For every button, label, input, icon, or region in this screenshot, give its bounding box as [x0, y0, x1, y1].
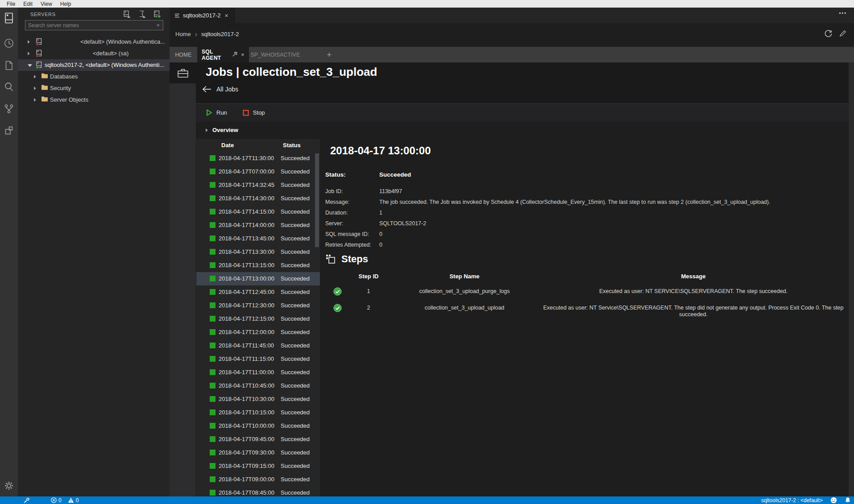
errors-indicator[interactable]: 0	[51, 497, 62, 504]
chevron-right-icon[interactable]	[28, 52, 30, 55]
server-search-input[interactable]	[25, 22, 153, 29]
new-server-group-icon[interactable]	[137, 10, 146, 19]
tab-sp-whoisactive[interactable]: SP_WHOISACTIVE	[249, 47, 302, 62]
chevron-right-icon[interactable]	[34, 87, 36, 90]
step-row[interactable]: 1 collection_set_3_upload_purge_logs Exe…	[328, 287, 849, 296]
history-row[interactable]: 2018-04-17T13:45:00Succeeded	[196, 232, 320, 245]
history-row[interactable]: 2018-04-17T09:00:00Succeeded	[196, 473, 320, 486]
history-status: Succeeded	[281, 369, 310, 376]
steps-icon	[325, 254, 336, 264]
history-row[interactable]: 2018-04-17T11:45:00Succeeded	[196, 339, 320, 352]
notifications-bell-icon[interactable]	[845, 497, 851, 504]
history-row[interactable]: 2018-04-17T12:00:00Succeeded	[196, 326, 320, 339]
chevron-down-icon[interactable]	[28, 64, 32, 67]
menu-edit[interactable]: Edit	[19, 1, 37, 7]
history-row[interactable]: 2018-04-17T08:45:00Succeeded	[196, 486, 320, 496]
history-row[interactable]: 2018-04-17T12:15:00Succeeded	[196, 312, 320, 326]
tab-close-icon[interactable]: ×	[241, 51, 245, 58]
success-square-icon	[210, 209, 216, 215]
active-connections-icon[interactable]	[153, 10, 162, 19]
clear-search-icon[interactable]: ×	[153, 22, 163, 29]
history-date: 2018-04-17T14:00:00	[219, 222, 274, 228]
history-date: 2018-04-17T12:00:00	[219, 329, 274, 335]
tree-item-sqltools2017-2-default-windows[interactable]: sqltools2017-2, <default> (Windows Authe…	[18, 59, 170, 71]
status-bar: 0 0 sqltools2017-2 : <default>	[0, 496, 854, 504]
history-row[interactable]: 2018-04-17T13:00:00Succeeded	[196, 272, 320, 285]
run-button[interactable]: Run	[206, 109, 227, 116]
history-row[interactable]: 2018-04-17T12:30:00Succeeded	[196, 299, 320, 312]
history-row[interactable]: 2018-04-17T14:00:00Succeeded	[196, 219, 320, 232]
refresh-icon[interactable]	[824, 29, 833, 40]
history-row[interactable]: 2018-04-17T13:15:00Succeeded	[196, 259, 320, 272]
explorer-icon[interactable]	[0, 57, 18, 74]
menu-help[interactable]: Help	[56, 1, 75, 7]
step-row[interactable]: 2 collection_set_3_upload_upload Execute…	[328, 304, 849, 318]
tab-home[interactable]: HOME	[170, 47, 197, 62]
history-row[interactable]: 2018-04-17T07:00:00Succeeded	[196, 165, 320, 178]
tree-item-databases[interactable]: Databases	[18, 71, 170, 83]
history-date: 2018-04-17T09:30:00	[219, 449, 274, 456]
stop-button[interactable]: Stop	[242, 109, 265, 116]
search-icon[interactable]	[0, 78, 18, 96]
tree-item-security[interactable]: Security	[18, 83, 170, 94]
connection-status-icon[interactable]	[23, 497, 30, 504]
field-server: Server:SQLTOOLS2017-2	[325, 220, 838, 231]
history-row[interactable]: 2018-04-17T11:15:00Succeeded	[196, 352, 320, 366]
history-row[interactable]: 2018-04-17T14:15:00Succeeded	[196, 205, 320, 219]
new-connection-icon[interactable]	[122, 10, 131, 19]
history-row[interactable]: 2018-04-17T10:00:00Succeeded	[196, 419, 320, 433]
more-actions-icon[interactable]: •••	[839, 10, 847, 16]
chevron-right-icon[interactable]	[34, 98, 36, 102]
history-row[interactable]: 2018-04-17T12:45:00Succeeded	[196, 285, 320, 299]
server-disconnected-icon	[36, 38, 42, 47]
source-control-icon[interactable]	[0, 100, 18, 118]
servers-icon[interactable]	[0, 9, 18, 27]
breadcrumb-server[interactable]: sqltools2017-2	[201, 31, 239, 37]
tree-item-label: Server Objects	[50, 96, 88, 103]
editor-tab-close-icon[interactable]: ×	[225, 12, 228, 19]
breadcrumb-home[interactable]: Home	[175, 31, 191, 37]
overview-expander[interactable]: Overview	[206, 127, 238, 133]
history-row[interactable]: 2018-04-17T09:45:00Succeeded	[196, 433, 320, 446]
history-scrollbar-thumb[interactable]	[315, 153, 319, 247]
edit-pencil-icon[interactable]	[839, 29, 847, 40]
error-icon	[51, 497, 57, 503]
step-success-icon	[328, 287, 346, 296]
menu-file[interactable]: File	[3, 1, 19, 7]
history-row[interactable]: 2018-04-17T09:15:00Succeeded	[196, 459, 320, 473]
history-row[interactable]: 2018-04-17T10:15:00Succeeded	[196, 406, 320, 419]
history-row[interactable]: 2018-04-17T13:30:00Succeeded	[196, 245, 320, 259]
history-row[interactable]: 2018-04-17T10:45:00Succeeded	[196, 379, 320, 392]
pin-icon[interactable]	[232, 51, 238, 58]
extensions-icon[interactable]	[0, 122, 18, 140]
history-date: 2018-04-17T12:15:00	[219, 315, 274, 322]
history-row[interactable]: 2018-04-17T10:30:00Succeeded	[196, 392, 320, 406]
all-jobs-back-button[interactable]: All Jobs	[202, 86, 238, 93]
settings-gear-icon[interactable]	[0, 477, 18, 495]
tree-item--default-windows-authentica-[interactable]: <default> (Windows Authentica...	[18, 36, 170, 48]
history-date: 2018-04-17T12:30:00	[219, 302, 274, 309]
menu-view[interactable]: View	[37, 1, 56, 7]
add-tab-button[interactable]: +	[320, 47, 338, 62]
warning-icon	[68, 497, 74, 503]
dashboard-tab-bar: HOME SQL AGENT × SP_WHOISACTIVE +	[170, 47, 854, 62]
chevron-right-icon[interactable]	[34, 75, 36, 78]
feedback-smiley-icon[interactable]	[830, 497, 837, 504]
tab-sql-agent[interactable]: SQL AGENT ×	[197, 47, 249, 62]
history-row[interactable]: 2018-04-17T11:00:00Succeeded	[196, 366, 320, 379]
tree-item--default-sa-[interactable]: <default> (sa)	[18, 48, 170, 59]
history-date: 2018-04-17T09:15:00	[219, 463, 274, 469]
warnings-indicator[interactable]: 0	[68, 497, 79, 504]
history-row[interactable]: 2018-04-17T11:30:00Succeeded	[196, 152, 320, 165]
chevron-right-icon[interactable]	[28, 40, 30, 44]
history-status: Succeeded	[281, 182, 310, 188]
task-history-icon[interactable]	[0, 34, 18, 52]
pane-scrollbar[interactable]	[849, 62, 854, 496]
status-connection-label[interactable]: sqltools2017-2 : <default>	[761, 497, 823, 504]
run-icon	[206, 109, 213, 116]
history-row[interactable]: 2018-04-17T14:30:00Succeeded	[196, 192, 320, 205]
editor-tab[interactable]: sqltools2017-2 ×	[170, 8, 235, 23]
history-row[interactable]: 2018-04-17T14:32:45Succeeded	[196, 178, 320, 192]
tree-item-server-objects[interactable]: Server Objects	[18, 94, 170, 106]
history-row[interactable]: 2018-04-17T09:30:00Succeeded	[196, 446, 320, 459]
